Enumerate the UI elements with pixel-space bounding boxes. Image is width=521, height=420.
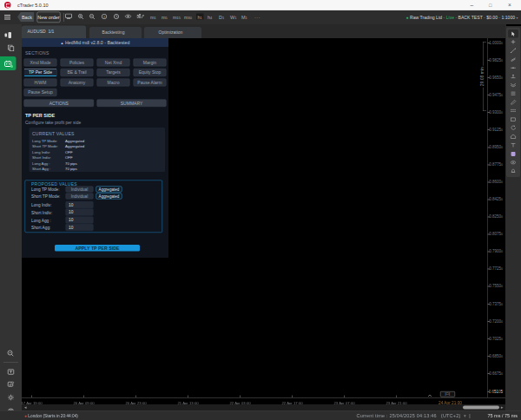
svg-text:f: f — [103, 15, 105, 19]
